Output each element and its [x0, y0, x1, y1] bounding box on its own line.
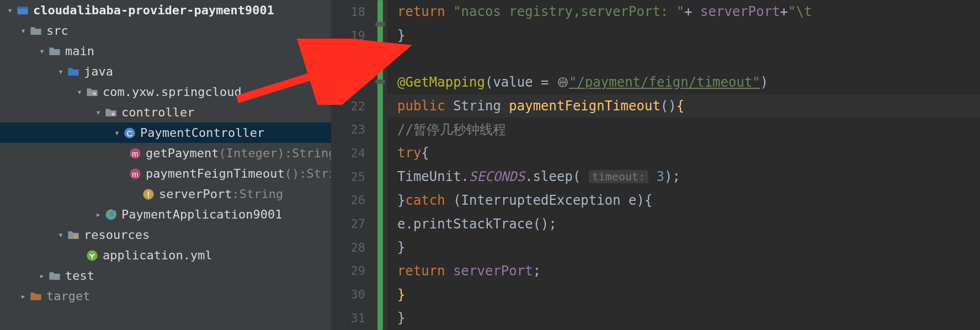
code-line[interactable]: } — [387, 24, 980, 47]
tree-node-package[interactable]: controller — [0, 102, 331, 123]
svg-text:m: m — [132, 170, 138, 178]
tree-label: java — [84, 65, 113, 78]
line-number: 18 — [331, 0, 365, 24]
package-icon — [105, 107, 117, 119]
line-number: 21 — [331, 71, 365, 94]
code-area[interactable]: return "nacos registry,serverPort: "+ se… — [387, 0, 980, 330]
line-number: 30 — [331, 283, 365, 306]
tree-node-src-folder[interactable]: java — [0, 61, 331, 82]
code-line[interactable]: } — [387, 306, 980, 330]
tree-label: serverPort — [159, 187, 232, 201]
method-icon: m — [129, 147, 141, 159]
code-editor[interactable]: 18 19 20 21 22 23 24 25 26 27 28 29 30 3… — [331, 0, 980, 330]
chevron-down-icon[interactable] — [54, 66, 67, 77]
tree-node-package[interactable]: com.yxw.springcloud — [0, 82, 331, 102]
globe-icon[interactable] — [557, 76, 569, 88]
svg-text:f: f — [147, 190, 150, 199]
code-line[interactable]: return "nacos registry,serverPort: "+ se… — [387, 0, 980, 24]
tree-label: PaymentController — [140, 126, 264, 140]
line-number: 20 — [331, 47, 365, 71]
svg-rect-1 — [17, 7, 28, 9]
package-icon — [86, 86, 98, 98]
tree-node-folder[interactable]: main — [0, 41, 331, 61]
svg-text:C: C — [127, 128, 133, 137]
line-number: 24 — [331, 141, 365, 165]
tree-node-method[interactable]: m getPayment(Integer):String — [0, 143, 331, 163]
tree-label: com.yxw.springcloud — [103, 85, 242, 99]
tree-node-folder[interactable]: target — [0, 286, 331, 306]
line-number: 31 — [331, 306, 365, 330]
tree-node-yml[interactable]: application.yml — [0, 245, 331, 265]
folder-icon — [49, 45, 61, 57]
spring-class-icon — [105, 209, 117, 221]
code-line[interactable]: TimeUnit.SECONDS.sleep( timeout: 3); — [387, 165, 980, 189]
resources-folder-icon — [67, 229, 79, 241]
tree-node-module[interactable]: cloudalibaba-provider-payment9001 — [0, 0, 331, 20]
chevron-right-icon[interactable] — [92, 209, 105, 220]
vcs-strip — [373, 0, 387, 330]
yml-icon — [86, 249, 98, 262]
line-gutter: 18 19 20 21 22 23 24 25 26 27 28 29 30 3… — [331, 0, 373, 330]
line-number: 19 — [331, 24, 365, 47]
code-line[interactable]: @GetMapping(value = "/payment/feign/time… — [387, 71, 980, 94]
chevron-down-icon[interactable] — [35, 46, 49, 56]
svg-text:m: m — [132, 150, 138, 158]
tree-label: getPayment — [146, 146, 219, 160]
svg-point-3 — [111, 113, 115, 116]
line-number: 29 — [331, 259, 365, 283]
tree-sig: :String — [232, 187, 283, 201]
tree-node-class[interactable]: C PaymentController — [0, 123, 331, 143]
svg-rect-13 — [73, 235, 78, 238]
tree-label: cloudalibaba-provider-payment9001 — [33, 3, 274, 17]
tree-label: paymentFeignTimeout — [146, 167, 285, 180]
ide-root: cloudalibaba-provider-payment9001 src ma… — [0, 0, 980, 330]
tree-label: controller — [121, 105, 194, 119]
code-line[interactable]: } — [387, 236, 980, 259]
chevron-down-icon[interactable] — [73, 87, 86, 97]
tree-node-folder[interactable]: test — [0, 265, 331, 286]
tree-node-resources[interactable]: resources — [0, 225, 331, 245]
excluded-folder-icon — [30, 290, 42, 302]
code-line[interactable] — [387, 47, 980, 71]
code-line[interactable]: return serverPort; — [387, 259, 980, 283]
tree-node-folder[interactable]: src — [0, 20, 331, 41]
folder-icon — [30, 25, 42, 37]
class-icon: C — [124, 127, 136, 139]
tree-label: target — [46, 289, 90, 303]
code-line[interactable]: e.printStackTrace(); — [387, 212, 980, 236]
code-line[interactable]: //暂停几秒钟线程 — [387, 118, 980, 141]
code-line[interactable]: public String paymentFeignTimeout(){ — [387, 94, 980, 118]
tree-node-method[interactable]: m paymentFeignTimeout():String — [0, 163, 331, 184]
code-line[interactable]: }catch (InterruptedException e){ — [387, 189, 980, 212]
code-line[interactable]: try{ — [387, 141, 980, 165]
fold-marker[interactable] — [375, 79, 385, 84]
tree-label: test — [65, 269, 94, 283]
module-icon — [17, 4, 29, 17]
tree-label: main — [65, 44, 94, 58]
tree-sig: ():String — [285, 167, 331, 180]
chevron-down-icon[interactable] — [110, 127, 124, 138]
project-tree[interactable]: cloudalibaba-provider-payment9001 src ma… — [0, 0, 331, 330]
code-line[interactable]: } — [387, 283, 980, 306]
chevron-right-icon[interactable] — [17, 291, 30, 301]
fold-marker[interactable] — [375, 22, 385, 26]
tree-label: resources — [84, 228, 150, 242]
tree-node-field[interactable]: f serverPort:String — [0, 184, 331, 204]
line-number: 23 — [331, 118, 365, 141]
field-icon: f — [142, 188, 155, 200]
chevron-down-icon[interactable] — [92, 107, 105, 118]
tree-node-class[interactable]: PaymentApplication9001 — [0, 204, 331, 225]
chevron-down-icon[interactable] — [54, 230, 67, 240]
chevron-down-icon[interactable] — [3, 5, 17, 15]
tree-label: PaymentApplication9001 — [121, 207, 282, 221]
source-folder-icon — [67, 66, 79, 78]
svg-point-2 — [93, 92, 96, 95]
folder-icon — [49, 270, 61, 282]
param-hint: timeout: — [589, 170, 648, 183]
vcs-added-marker — [377, 0, 383, 330]
chevron-right-icon[interactable] — [35, 270, 49, 281]
chevron-down-icon[interactable] — [17, 25, 30, 36]
line-number: 27 — [331, 212, 365, 236]
line-number: 28 — [331, 236, 365, 259]
line-number: 25 — [331, 165, 365, 189]
